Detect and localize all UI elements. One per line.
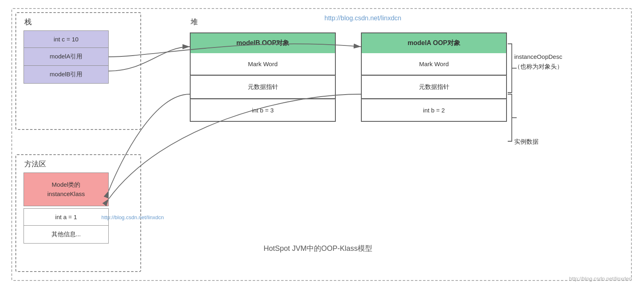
method-klass: Model类的 instanceKlass [24,173,109,206]
modela-header: modelA OOP对象 [361,32,507,53]
modela-row-markword: Mark Word [361,53,507,75]
stack-items: int c = 10 modelA引用 modelB引用 [24,30,109,84]
method-item-other: 其他信息... [24,226,109,244]
url-top: http://blog.csdn.net/linxdcn [324,15,401,22]
url-method: http://blog.csdn.net/linxdcn [101,214,164,220]
modela-row-intb: int b = 2 [361,99,507,122]
modelb-row-intb: int b = 3 [190,99,336,122]
stack-item-modelb: modelB引用 [24,66,109,84]
stack-label: 栈 [24,17,32,27]
method-label: 方法区 [24,159,46,169]
heap-label: 堆 [191,17,198,27]
modela-row-metadata: 元数据指针 [361,75,507,99]
stack-item-c: int c = 10 [24,30,109,48]
diagram-container: 栈 int c = 10 modelA引用 modelB引用 方法区 Model… [0,0,644,289]
modelb-row-markword: Mark Word [190,53,336,75]
modelb-box: modelB OOP对象 Mark Word 元数据指针 int b = 3 [190,32,336,122]
hotspot-label: HotSpot JVM中的OOP-Klass模型 [264,244,372,253]
stack-item-modela: modelA引用 [24,48,109,66]
modela-box: modelA OOP对象 Mark Word 元数据指针 int b = 2 [361,32,507,122]
method-item-a: int a = 1 [24,208,109,226]
url-bottom-right: http://blog.csdn.net/linxden [569,276,632,282]
instance-oop-desc-label: instanceOopDesc （也称为对象头） [514,52,563,71]
modelb-row-metadata: 元数据指针 [190,75,336,99]
instance-data-label: 实例数据 [514,138,539,146]
modelb-header: modelB OOP对象 [190,32,336,53]
method-items: int a = 1 其他信息... [24,208,109,244]
